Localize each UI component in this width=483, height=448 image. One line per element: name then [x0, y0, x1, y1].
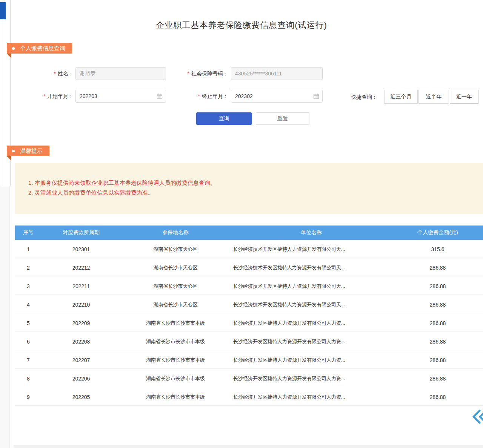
cell-place: 湖南省长沙市长沙市市本级 — [121, 338, 230, 345]
cell-serial: 7 — [15, 357, 42, 363]
cell-company: 长沙经济开发区捷特人力资源开发有限公司人力资... — [230, 357, 392, 364]
cell-company: 长沙经济技术开发区捷特人力资源开发有限公司天... — [230, 301, 392, 308]
cell-company: 长沙经济技术开发区捷特人力资源开发有限公司天... — [230, 246, 392, 253]
cell-serial: 3 — [15, 283, 42, 289]
table-body: 1 202301 湖南省长沙市天心区 长沙经济技术开发区捷特人力资源开发有限公司… — [15, 241, 483, 406]
left-margin-strip — [0, 186, 10, 448]
col-header-period: 对应费款所属期 — [42, 229, 121, 236]
cell-amount: 286.88 — [392, 339, 483, 345]
table-row[interactable]: 3 202211 湖南省长沙市天心区 长沙经济技术开发区捷特人力资源开发有限公司… — [15, 278, 483, 295]
cell-place: 湖南省长沙市长沙市市本级 — [121, 394, 230, 400]
cell-serial: 4 — [15, 302, 42, 308]
cell-amount: 286.88 — [392, 320, 483, 326]
required-asterisk: * — [43, 93, 45, 99]
quick-query-half-year-button[interactable]: 近半年 — [418, 90, 449, 104]
table-row[interactable]: 6 202208 湖南省长沙市长沙市市本级 长沙经济开发区捷特人力资源开发有限公… — [15, 333, 483, 350]
required-asterisk: * — [198, 93, 200, 99]
cell-amount: 315.6 — [392, 246, 483, 252]
cell-period: 202301 — [42, 246, 121, 252]
cell-amount: 286.88 — [392, 357, 483, 363]
cell-period: 202208 — [42, 339, 121, 345]
cell-amount: 286.88 — [392, 283, 483, 289]
name-label: *姓名： — [15, 67, 74, 80]
cell-period: 202207 — [42, 357, 121, 363]
bullet-dot-icon — [12, 150, 15, 152]
cell-serial: 5 — [15, 320, 42, 326]
bottom-scrollbar-track[interactable] — [14, 445, 483, 448]
section-badge-tips: 温馨提示 — [7, 146, 49, 156]
cell-place: 湖南省长沙市长沙市市本级 — [121, 357, 230, 364]
table-header-row: 序号 对应费款所属期 参保地名称 单位名称 个人缴费金额(元) — [15, 226, 483, 240]
double-chevron-left-icon[interactable] — [472, 409, 483, 425]
table-row[interactable]: 4 202210 湖南省长沙市天心区 长沙经济技术开发区捷特人力资源开发有限公司… — [15, 296, 483, 313]
start-month-input[interactable] — [75, 90, 166, 103]
cell-amount: 286.88 — [392, 265, 483, 271]
cell-period: 202206 — [42, 376, 121, 382]
table-row[interactable]: 2 202212 湖南省长沙市天心区 长沙经济技术开发区捷特人力资源开发有限公司… — [15, 259, 483, 276]
cell-company: 长沙经济开发区捷特人力资源开发有限公司人力资... — [230, 320, 392, 327]
cell-amount: 286.88 — [392, 376, 483, 382]
cell-place: 湖南省长沙市天心区 — [121, 301, 230, 308]
bullet-dot-icon — [12, 47, 15, 50]
tips-notice-box: 1. 本服务仅提供尚未领取企业职工基本养老保险待遇人员的缴费信息查询。 2. 灵… — [15, 163, 483, 214]
end-month-field[interactable] — [231, 90, 323, 103]
tips-line-2: 2. 灵活就业人员的缴费单位信息以实际缴费为准。 — [28, 188, 483, 198]
cell-serial: 1 — [15, 246, 42, 252]
required-asterisk: * — [54, 71, 56, 77]
cell-amount: 286.88 — [392, 302, 483, 308]
col-header-company: 单位名称 — [230, 229, 392, 236]
cell-serial: 6 — [15, 339, 42, 345]
table-row[interactable]: 7 202207 湖南省长沙市长沙市市本级 长沙经济开发区捷特人力资源开发有限公… — [15, 351, 483, 369]
cell-serial: 9 — [15, 394, 42, 400]
quick-query-one-year-button[interactable]: 近一年 — [450, 90, 478, 104]
cell-period: 202205 — [42, 394, 121, 400]
cell-period: 202212 — [42, 265, 121, 271]
section-badge-personal-query: 个人缴费信息查询 — [7, 43, 72, 54]
query-button[interactable]: 查询 — [196, 112, 252, 125]
section-badge-label: 温馨提示 — [20, 147, 43, 155]
cell-serial: 8 — [15, 376, 42, 382]
section-badge-label: 个人缴费信息查询 — [20, 45, 65, 52]
cell-place: 湖南省长沙市天心区 — [121, 283, 230, 290]
quick-query-3-months-button[interactable]: 近三个月 — [384, 90, 418, 104]
end-month-input[interactable] — [231, 90, 323, 103]
ssn-input[interactable] — [231, 67, 323, 80]
cell-place: 湖南省长沙市天心区 — [121, 264, 230, 271]
cell-period: 202210 — [42, 302, 121, 308]
table-row[interactable]: 8 202206 湖南省长沙市长沙市市本级 长沙经济开发区捷特人力资源开发有限公… — [15, 370, 483, 387]
cell-amount: 286.88 — [392, 394, 483, 400]
cell-place: 湖南省长沙市长沙市市本级 — [121, 320, 230, 327]
table-row[interactable]: 1 202301 湖南省长沙市天心区 长沙经济技术开发区捷特人力资源开发有限公司… — [15, 241, 483, 258]
cell-company: 长沙经济技术开发区捷特人力资源开发有限公司天... — [230, 264, 392, 271]
cell-serial: 2 — [15, 265, 42, 271]
ribbon-fold — [7, 156, 11, 160]
cell-place: 湖南省长沙市长沙市市本级 — [121, 375, 230, 382]
start-month-label: *开始年月： — [15, 90, 74, 103]
cell-period: 202209 — [42, 320, 121, 326]
cell-company: 长沙经济技术开发区捷特人力资源开发有限公司天... — [230, 283, 392, 290]
cell-place: 湖南省长沙市天心区 — [121, 246, 230, 253]
col-header-amount: 个人缴费金额(元) — [392, 229, 483, 236]
reset-button[interactable]: 重置 — [256, 112, 309, 125]
quick-query-label: 快捷查询： — [351, 90, 377, 104]
required-asterisk: * — [188, 71, 189, 77]
end-month-label: *终止年月： — [166, 90, 228, 103]
sidebar-corner-tab[interactable] — [0, 2, 6, 19]
table-row[interactable]: 5 202209 湖南省长沙市长沙市市本级 长沙经济开发区捷特人力资源开发有限公… — [15, 315, 483, 332]
page-title: 企业职工基本养老保险缴费信息查询(试运行) — [0, 20, 483, 31]
name-input[interactable] — [75, 67, 166, 80]
col-header-place: 参保地名称 — [121, 229, 230, 236]
tips-line-1: 1. 本服务仅提供尚未领取企业职工基本养老保险待遇人员的缴费信息查询。 — [28, 178, 483, 188]
cell-company: 长沙经济开发区捷特人力资源开发有限公司人力资... — [230, 338, 392, 345]
calendar-icon[interactable] — [157, 93, 163, 99]
table-row[interactable]: 9 202205 湖南省长沙市长沙市市本级 长沙经济开发区捷特人力资源开发有限公… — [15, 388, 483, 406]
cell-period: 202211 — [42, 283, 121, 289]
start-month-field[interactable] — [75, 90, 166, 103]
ssn-label: *社会保障号码： — [166, 67, 228, 80]
cell-company: 长沙经济开发区捷特人力资源开发有限公司人力资... — [230, 375, 392, 382]
ribbon-fold — [7, 54, 11, 58]
calendar-icon[interactable] — [313, 93, 319, 99]
cell-company: 长沙经济开发区捷特人力资源开发有限公司人力资... — [230, 394, 392, 400]
results-table: 序号 对应费款所属期 参保地名称 单位名称 个人缴费金额(元) 1 202301… — [15, 226, 483, 406]
col-header-serial: 序号 — [15, 229, 42, 236]
